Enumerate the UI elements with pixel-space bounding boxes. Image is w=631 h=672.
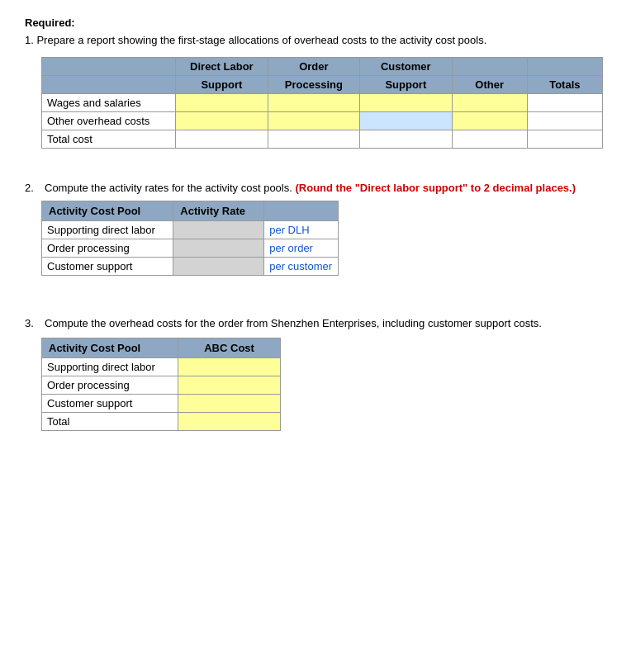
section2-red: (Round the "Direct labor support" to 2 d…	[295, 182, 576, 194]
total-direct-labor-input[interactable]	[176, 130, 268, 148]
th-empty2	[452, 57, 527, 75]
activity-rates-table: Activity Cost Pool Activity Rate Support…	[41, 201, 339, 276]
th-totals: Totals	[527, 75, 602, 93]
total-order-input[interactable]	[268, 130, 359, 148]
overhead-customer-input[interactable]	[360, 111, 452, 130]
th-support2: Support	[360, 75, 452, 93]
total-totals-input[interactable]	[527, 130, 602, 148]
pool3-order: Order processing	[42, 376, 178, 394]
rate-order-input[interactable]	[173, 239, 264, 257]
wages-order-input[interactable]	[268, 93, 359, 111]
th-customer: Customer	[360, 57, 452, 75]
total-customer-input[interactable]	[360, 130, 452, 148]
pool-customer: Customer support	[42, 257, 173, 275]
table-row: Supporting direct labor per DLH	[42, 220, 339, 239]
th-other: Other	[452, 75, 527, 93]
table1-header-row1: Direct Labor Order Customer	[42, 57, 603, 75]
th-order: Order	[268, 57, 359, 75]
rate-customer-input[interactable]	[173, 257, 264, 275]
abc-order-input[interactable]	[178, 376, 281, 394]
pool-direct-labor: Supporting direct labor	[42, 220, 173, 239]
th-activity-pool-3: Activity Cost Pool	[42, 338, 178, 357]
unit-order: per order	[264, 239, 339, 257]
table-row: Customer support per customer	[42, 257, 339, 275]
abc-direct-labor-input[interactable]	[178, 357, 281, 376]
overhead-allocation-table: Direct Labor Order Customer Support Proc…	[41, 57, 603, 149]
row-label-total: Total cost	[42, 130, 176, 148]
overhead-order-input[interactable]	[268, 111, 359, 130]
overhead-totals-input[interactable]	[527, 111, 602, 130]
wages-customer-input[interactable]	[360, 93, 452, 111]
unit-customer: per customer	[264, 257, 339, 275]
section2-num: 2.	[25, 182, 40, 194]
overhead-direct-labor-input[interactable]	[176, 111, 268, 130]
section3-title-row: 3. Compute the overhead costs for the or…	[25, 317, 606, 329]
table-row: Order processing	[42, 376, 281, 394]
row-label-other-overhead: Other overhead costs	[42, 111, 176, 130]
abc-total-input[interactable]	[178, 412, 281, 430]
section3-text: Compute the overhead costs for the order…	[45, 317, 542, 329]
table-row: Order processing per order	[42, 239, 339, 257]
table-row: Customer support	[42, 394, 281, 412]
th-abc-cost: ABC Cost	[178, 338, 281, 357]
th-empty1	[42, 57, 176, 75]
unit-dlh: per DLH	[264, 220, 339, 239]
section2-title-row: 2. Compute the activity rates for the ac…	[25, 182, 606, 194]
th-activity-pool: Activity Cost Pool	[42, 201, 173, 220]
table-row: Other overhead costs	[42, 111, 603, 130]
pool3-total: Total	[42, 412, 178, 430]
table-row: Supporting direct labor	[42, 357, 281, 376]
required-section: Required: 1. Prepare a report showing th…	[25, 17, 606, 149]
table2-header-row: Activity Cost Pool Activity Rate	[42, 201, 339, 220]
section3-num: 3.	[25, 317, 40, 329]
th-empty3	[527, 57, 602, 75]
pool-order: Order processing	[42, 239, 173, 257]
th-processing: Processing	[268, 75, 359, 93]
wages-totals-input[interactable]	[527, 93, 602, 111]
th-support1: Support	[176, 75, 268, 93]
section3: 3. Compute the overhead costs for the or…	[25, 317, 606, 431]
table-row: Wages and salaries	[42, 93, 603, 111]
wages-other-input[interactable]	[452, 93, 527, 111]
section2: 2. Compute the activity rates for the ac…	[25, 182, 606, 276]
section2-text: Compute the activity rates for the activ…	[45, 182, 576, 194]
th-direct-labor: Direct Labor	[176, 57, 268, 75]
table-row: Total cost	[42, 130, 603, 148]
th-empty4	[42, 75, 176, 93]
th-activity-rate: Activity Rate	[173, 201, 264, 220]
abc-cost-table: Activity Cost Pool ABC Cost Supporting d…	[41, 338, 281, 431]
table-row: Total	[42, 412, 281, 430]
section1-instruction: 1. Prepare a report showing the first-st…	[25, 32, 606, 49]
table1-header-row2: Support Processing Support Other Totals	[42, 75, 603, 93]
rate-direct-labor-input[interactable]	[173, 220, 264, 239]
row-label-wages: Wages and salaries	[42, 93, 176, 111]
required-label: Required:	[25, 17, 606, 29]
table3-header-row: Activity Cost Pool ABC Cost	[42, 338, 281, 357]
total-other-input[interactable]	[452, 130, 527, 148]
th-unit-empty	[264, 201, 339, 220]
abc-customer-input[interactable]	[178, 394, 281, 412]
pool3-direct-labor: Supporting direct labor	[42, 357, 178, 376]
pool3-customer: Customer support	[42, 394, 178, 412]
wages-direct-labor-input[interactable]	[176, 93, 268, 111]
overhead-other-input[interactable]	[452, 111, 527, 130]
